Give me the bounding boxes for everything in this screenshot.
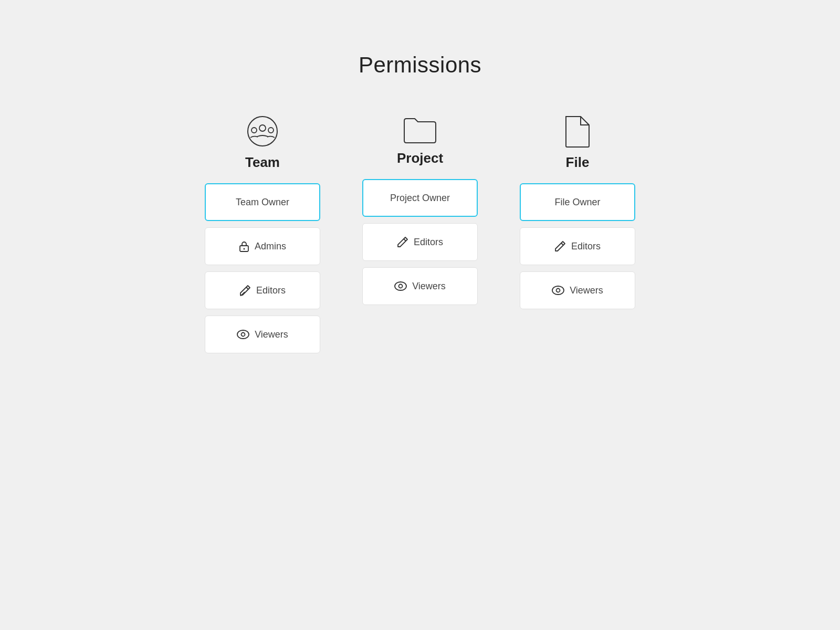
svg-point-5 bbox=[243, 248, 245, 250]
svg-point-11 bbox=[552, 286, 564, 295]
file-owner-label: File Owner bbox=[554, 197, 600, 208]
project-viewers-card[interactable]: Viewers bbox=[362, 267, 478, 305]
svg-point-2 bbox=[251, 128, 257, 133]
file-column: File File Owner Editors bbox=[520, 114, 635, 316]
svg-point-7 bbox=[237, 330, 249, 339]
file-viewers-label: Viewers bbox=[570, 285, 603, 296]
project-viewers-label: Viewers bbox=[412, 281, 446, 292]
team-column: Team Team Owner Admins bbox=[205, 114, 320, 360]
eye-icon-file bbox=[552, 286, 564, 295]
svg-point-8 bbox=[242, 333, 245, 337]
team-editors-label: Editors bbox=[256, 285, 286, 296]
lock-icon bbox=[239, 240, 249, 252]
project-editors-label: Editors bbox=[414, 237, 443, 248]
team-viewers-label: Viewers bbox=[255, 329, 288, 340]
project-owner-card[interactable]: Project Owner bbox=[362, 179, 478, 217]
file-editors-label: Editors bbox=[571, 241, 601, 252]
project-owner-label: Project Owner bbox=[390, 193, 450, 204]
eye-icon-project bbox=[394, 281, 407, 291]
team-owner-label: Team Owner bbox=[236, 197, 289, 208]
svg-point-10 bbox=[399, 285, 403, 288]
file-viewers-card[interactable]: Viewers bbox=[520, 271, 635, 309]
project-label: Project bbox=[397, 150, 443, 166]
svg-point-1 bbox=[259, 125, 266, 131]
page-container: Permissions bbox=[0, 0, 840, 630]
pen-icon-team bbox=[239, 285, 251, 296]
file-editors-card[interactable]: Editors bbox=[520, 227, 635, 265]
admins-label: Admins bbox=[255, 241, 286, 252]
project-editors-card[interactable]: Editors bbox=[362, 223, 478, 261]
team-owner-card[interactable]: Team Owner bbox=[205, 183, 320, 221]
pen-icon-project bbox=[397, 236, 408, 248]
columns-container: Team Team Owner Admins bbox=[205, 114, 635, 360]
page-title: Permissions bbox=[359, 52, 481, 78]
file-owner-card[interactable]: File Owner bbox=[520, 183, 635, 221]
project-column: Project Project Owner Editors bbox=[362, 114, 478, 311]
svg-point-12 bbox=[556, 289, 560, 292]
file-icon bbox=[564, 114, 591, 148]
team-icon bbox=[246, 114, 279, 148]
eye-icon-team bbox=[237, 330, 249, 339]
svg-point-3 bbox=[268, 128, 274, 133]
pen-icon-file bbox=[554, 240, 566, 252]
team-editors-card[interactable]: Editors bbox=[205, 271, 320, 309]
team-viewers-card[interactable]: Viewers bbox=[205, 316, 320, 353]
folder-icon bbox=[403, 114, 437, 144]
admins-card[interactable]: Admins bbox=[205, 227, 320, 265]
file-label: File bbox=[566, 154, 590, 171]
svg-point-9 bbox=[395, 282, 406, 290]
team-label: Team bbox=[245, 154, 280, 171]
